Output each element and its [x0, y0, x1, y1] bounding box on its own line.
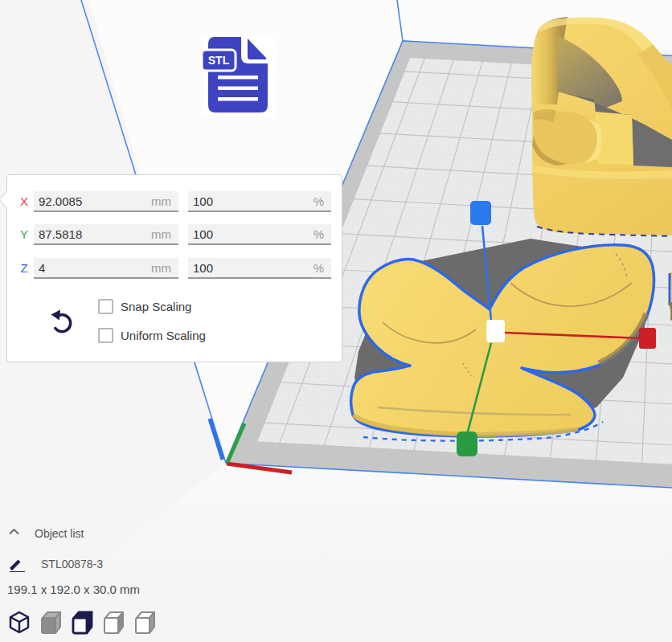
svg-text:STL: STL	[208, 54, 230, 67]
